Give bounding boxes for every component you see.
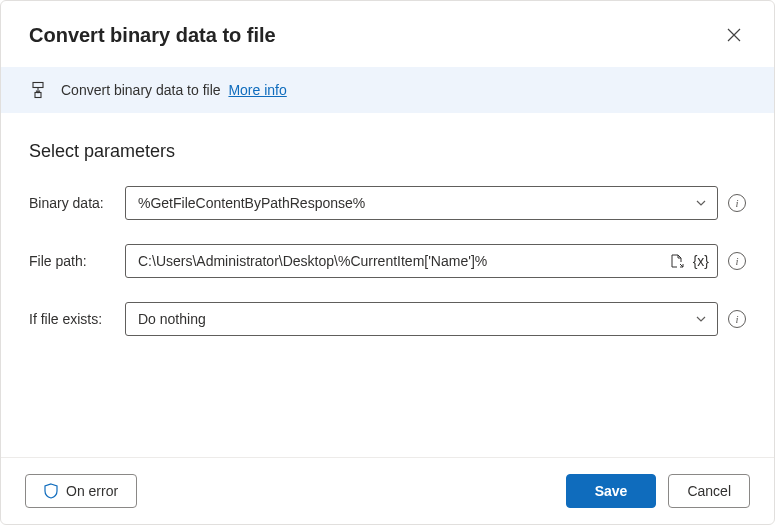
row-file-path: File path: C:\Users\Administrator\Deskto… <box>29 244 746 278</box>
field-wrap-if-file-exists: Do nothing i <box>125 302 746 336</box>
binary-data-value: %GetFileContentByPathResponse% <box>138 195 365 211</box>
if-file-exists-dropdown[interactable]: Do nothing <box>125 302 718 336</box>
footer-right: Save Cancel <box>566 474 750 508</box>
label-file-path: File path: <box>29 253 125 269</box>
on-error-label: On error <box>66 483 118 499</box>
dialog-content: Select parameters Binary data: %GetFileC… <box>1 113 774 457</box>
label-if-file-exists: If file exists: <box>29 311 125 327</box>
binary-data-info-icon[interactable]: i <box>728 194 746 212</box>
file-path-input[interactable]: C:\Users\Administrator\Desktop\%CurrentI… <box>125 244 718 278</box>
if-file-exists-value: Do nothing <box>138 311 206 327</box>
variable-picker-icon[interactable]: {x} <box>693 253 709 269</box>
shield-icon <box>44 483 58 499</box>
binary-data-dropdown[interactable]: %GetFileContentByPathResponse% <box>125 186 718 220</box>
cancel-button[interactable]: Cancel <box>668 474 750 508</box>
more-info-link[interactable]: More info <box>228 82 286 98</box>
dialog-footer: On error Save Cancel <box>1 457 774 524</box>
dialog-header: Convert binary data to file <box>1 1 774 67</box>
chevron-down-icon <box>695 313 707 325</box>
save-button[interactable]: Save <box>566 474 657 508</box>
convert-binary-dialog: Convert binary data to file Convert bina… <box>0 0 775 525</box>
row-if-file-exists: If file exists: Do nothing i <box>29 302 746 336</box>
info-bar: Convert binary data to file More info <box>1 67 774 113</box>
field-wrap-binary-data: %GetFileContentByPathResponse% i <box>125 186 746 220</box>
row-binary-data: Binary data: %GetFileContentByPathRespon… <box>29 186 746 220</box>
file-path-value: C:\Users\Administrator\Desktop\%CurrentI… <box>138 253 663 269</box>
close-button[interactable] <box>718 19 750 51</box>
chevron-down-icon <box>695 197 707 209</box>
dialog-title: Convert binary data to file <box>29 24 276 47</box>
file-picker-icon[interactable] <box>669 253 685 269</box>
label-binary-data: Binary data: <box>29 195 125 211</box>
section-title: Select parameters <box>29 141 746 162</box>
close-icon <box>727 28 741 42</box>
if-file-exists-info-icon[interactable]: i <box>728 310 746 328</box>
on-error-button[interactable]: On error <box>25 474 137 508</box>
svg-rect-0 <box>33 83 43 88</box>
file-path-info-icon[interactable]: i <box>728 252 746 270</box>
field-wrap-file-path: C:\Users\Administrator\Desktop\%CurrentI… <box>125 244 746 278</box>
info-bar-text-wrap: Convert binary data to file More info <box>61 82 287 98</box>
file-path-input-icons: {x} <box>669 253 709 269</box>
action-icon <box>29 81 47 99</box>
info-bar-text: Convert binary data to file <box>61 82 221 98</box>
